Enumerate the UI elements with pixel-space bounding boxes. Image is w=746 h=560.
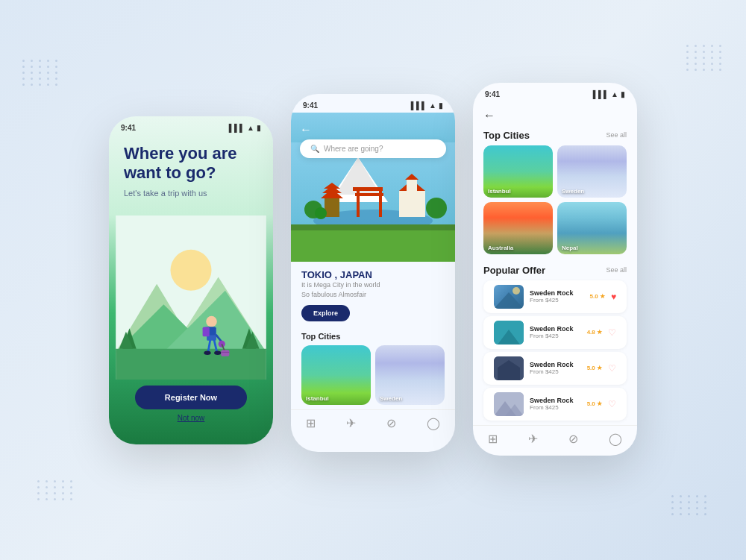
phone2-info: TOKIO , JAPAN It is Mega City in the wor… [291, 262, 455, 326]
offer2-price: From $425 [530, 333, 581, 339]
offer-card-1: Sweden Rock From $425 5.0 ★ ♥ [483, 280, 627, 313]
svg-rect-22 [221, 350, 229, 356]
phone3-city-grid: Istanbul Sweden Australia Nepal [473, 145, 637, 254]
phone1-time: 9:41 [121, 124, 136, 132]
offer1-info: Sweden Rock From $425 [530, 289, 584, 303]
svg-rect-36 [399, 191, 425, 217]
offer3-heart[interactable]: ♡ [608, 363, 616, 374]
svg-rect-30 [353, 187, 383, 191]
svg-rect-32 [325, 198, 339, 217]
phone3-bottom-nav: ⊞ ✈ ⊘ ◯ [473, 425, 637, 453]
popular-offers-section: Popular Offer See all Sweden Rock From $… [473, 260, 637, 421]
nav3-home-icon[interactable]: ⊞ [488, 432, 498, 446]
phone2-status-bar: 9:41 ▌▌▌ ▲ ▮ [291, 94, 455, 113]
istanbul-label: Istanbul [306, 395, 329, 402]
offer1-heart[interactable]: ♥ [611, 292, 616, 302]
city-card-istanbul[interactable]: Istanbul [301, 345, 371, 405]
nepal-label-3: Nepal [562, 245, 578, 251]
svg-point-19 [204, 351, 210, 356]
popular-offer-row: Popular Offer See all [473, 260, 637, 280]
offer4-name: Sweden Rock [530, 397, 581, 404]
back-arrow[interactable]: ← [300, 123, 312, 136]
see-all-cities[interactable]: See all [606, 131, 627, 139]
svg-rect-31 [355, 193, 383, 196]
phone1-bottom: Register Now Not now [109, 386, 273, 422]
city-card-sweden[interactable]: Sweden [375, 345, 445, 405]
battery-icon: ▮ [439, 101, 443, 110]
signal-icon: ▌▌▌ [593, 90, 609, 98]
search-bar[interactable]: 🔍 Where are going? [300, 139, 446, 158]
offer-card-4: Sweden Rock From $425 5.0 ★ ♡ [483, 388, 627, 421]
phone2-hero: 🔍 Where are going? [291, 113, 455, 262]
offer2-thumb [494, 321, 524, 345]
popular-offer-title: Popular Offer [483, 265, 545, 276]
city-card-nepal-3[interactable]: Nepal [557, 202, 627, 254]
svg-rect-6 [116, 349, 266, 380]
svg-rect-28 [357, 187, 360, 217]
nav3-profile-icon[interactable]: ◯ [609, 432, 622, 446]
nav3-flight-icon[interactable]: ✈ [528, 432, 538, 446]
svg-rect-50 [498, 368, 520, 380]
not-now-link[interactable]: Not now [178, 414, 205, 422]
offer1-name: Sweden Rock [530, 289, 584, 297]
phone2-time: 9:41 [303, 101, 318, 110]
see-all-offers[interactable]: See all [606, 266, 627, 274]
offer2-rating: 4.8 ★ [587, 329, 602, 336]
offer2-name: Sweden Rock [530, 325, 581, 333]
nav3-bookmark-icon[interactable]: ⊘ [568, 432, 578, 446]
signal-icon: ▌▌▌ [411, 101, 427, 110]
wifi-icon: ▲ [611, 90, 618, 98]
phone2-bottom-nav: ⊞ ✈ ⊘ ◯ [291, 409, 455, 438]
signal-icon: ▌▌▌ [229, 124, 245, 132]
offer1-rating: 5.0 ★ [590, 293, 605, 300]
wifi-icon: ▲ [247, 124, 254, 132]
svg-rect-44 [291, 230, 455, 262]
australia-label-3: Australia [488, 245, 513, 251]
offer2-heart[interactable]: ♡ [608, 327, 616, 338]
svg-point-1 [171, 250, 212, 291]
search-icon: 🔍 [310, 145, 319, 153]
register-button[interactable]: Register Now [135, 386, 247, 409]
offer4-rating: 5.0 ★ [587, 400, 602, 407]
svg-point-46 [513, 287, 520, 295]
top-cities-row: Top Cities See all [473, 125, 637, 145]
offer1-thumb [494, 285, 524, 309]
phone2-city-grid: Istanbul Sweden [291, 345, 455, 405]
phone1-status-bar: 9:41 ▌▌▌ ▲ ▮ [109, 116, 273, 135]
phone1-subtitle: Let's take a trip with us [124, 189, 258, 198]
phone2-top-cities-label: Top Cities [301, 332, 445, 341]
svg-rect-29 [379, 187, 382, 217]
offer4-thumb [494, 392, 524, 416]
nav-bookmark-icon[interactable]: ⊘ [386, 416, 396, 430]
phone-2: 9:41 ▌▌▌ ▲ ▮ 🔍 Where are going? [291, 94, 455, 452]
nav-home-icon[interactable]: ⊞ [306, 416, 316, 430]
istanbul-label-3: Istanbul [488, 188, 511, 195]
offer3-thumb [494, 356, 524, 380]
wifi-icon: ▲ [429, 101, 436, 110]
phone3-time: 9:41 [485, 90, 500, 98]
offer1-price: From $425 [530, 297, 584, 303]
offer2-info: Sweden Rock From $425 [530, 325, 581, 339]
city-card-sweden-3[interactable]: Sweden [557, 145, 627, 198]
offer4-price: From $425 [530, 404, 581, 411]
battery-icon: ▮ [621, 90, 625, 98]
svg-point-11 [206, 316, 217, 327]
sweden-label: Sweden [380, 395, 402, 402]
offer4-heart[interactable]: ♡ [608, 399, 616, 409]
phone3-back-arrow[interactable]: ← [483, 109, 495, 122]
phone1-illustration [109, 215, 273, 380]
nav-profile-icon[interactable]: ◯ [427, 416, 440, 430]
city-card-istanbul-3[interactable]: Istanbul [483, 145, 553, 198]
offer3-info: Sweden Rock From $425 [530, 361, 581, 375]
nav-flight-icon[interactable]: ✈ [346, 416, 356, 430]
offer3-rating: 5.0 ★ [587, 365, 602, 371]
phone-3: 9:41 ▌▌▌ ▲ ▮ ← Top Cities See all Istanb… [473, 83, 637, 456]
offer-card-3: Sweden Rock From $425 5.0 ★ ♡ [483, 352, 627, 385]
explore-button[interactable]: Explore [301, 305, 350, 321]
city-card-australia-3[interactable]: Australia [483, 202, 553, 254]
search-placeholder: Where are going? [324, 145, 383, 153]
top-cities-title: Top Cities [483, 130, 530, 141]
city-name: TOKIO , JAPAN [301, 269, 445, 280]
phone3-header: ← [473, 101, 637, 125]
svg-marker-45 [494, 292, 524, 309]
